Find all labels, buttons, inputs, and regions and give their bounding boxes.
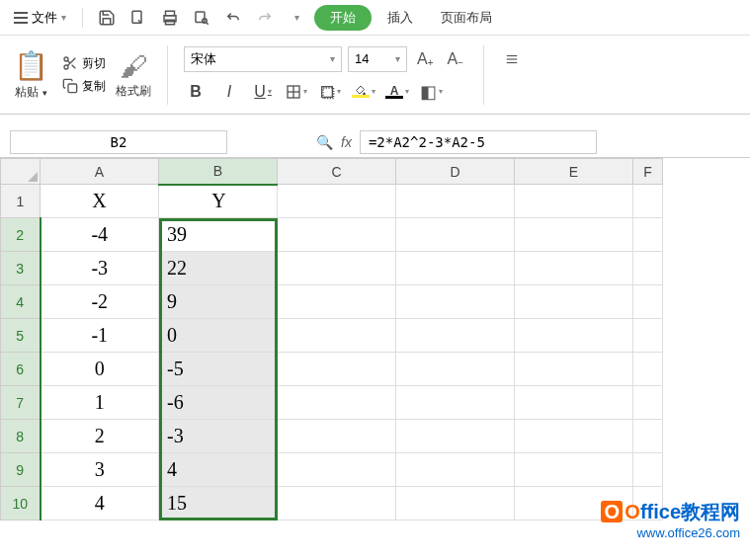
- row-header[interactable]: 3: [1, 252, 41, 285]
- cell[interactable]: [278, 252, 396, 285]
- redo-icon[interactable]: [251, 4, 279, 32]
- decrease-font-button[interactable]: A−: [444, 48, 468, 70]
- eraser-button[interactable]: ◧▾: [419, 80, 443, 104]
- cell[interactable]: [396, 386, 515, 420]
- tab-insert[interactable]: 插入: [375, 5, 425, 31]
- cell[interactable]: [633, 252, 663, 285]
- row-header[interactable]: 6: [1, 353, 41, 386]
- cell[interactable]: [278, 386, 396, 420]
- underline-button[interactable]: U▾: [251, 80, 275, 104]
- italic-button[interactable]: I: [217, 80, 241, 104]
- row-header[interactable]: 2: [1, 218, 41, 252]
- cell[interactable]: 15: [159, 487, 278, 520]
- cell[interactable]: 4: [41, 487, 159, 520]
- select-all-corner[interactable]: [1, 159, 41, 185]
- cell[interactable]: [515, 285, 633, 319]
- align-button[interactable]: [500, 47, 524, 71]
- tab-page-layout[interactable]: 页面布局: [429, 5, 504, 31]
- cell[interactable]: [396, 252, 515, 285]
- cell-style-button[interactable]: ▾: [318, 80, 342, 104]
- cell[interactable]: [278, 185, 396, 218]
- cell[interactable]: [633, 185, 663, 218]
- cell[interactable]: 22: [159, 252, 278, 285]
- bold-button[interactable]: B: [184, 80, 208, 104]
- cell[interactable]: 0: [159, 319, 278, 353]
- row-header[interactable]: 5: [1, 319, 41, 353]
- col-header-B[interactable]: B: [159, 159, 278, 185]
- cell[interactable]: [278, 420, 396, 453]
- cell[interactable]: [396, 420, 515, 453]
- preview-icon[interactable]: [188, 4, 215, 32]
- cell[interactable]: [278, 319, 396, 353]
- tab-start[interactable]: 开始: [314, 5, 372, 31]
- cell[interactable]: 39: [159, 218, 278, 252]
- undo-icon[interactable]: [219, 4, 247, 32]
- row-header[interactable]: 4: [1, 285, 41, 319]
- cell[interactable]: [515, 453, 633, 487]
- print-preview-icon[interactable]: [125, 4, 152, 32]
- cell[interactable]: [515, 353, 633, 386]
- cell[interactable]: 4: [159, 453, 278, 487]
- file-menu-button[interactable]: 文件 ▾: [8, 7, 72, 29]
- row-header[interactable]: 10: [1, 487, 41, 520]
- cell[interactable]: [633, 319, 663, 353]
- cell[interactable]: [278, 218, 396, 252]
- cell[interactable]: -5: [159, 353, 278, 386]
- zoom-icon[interactable]: 🔍: [316, 134, 333, 150]
- copy-button[interactable]: 复制: [62, 78, 106, 95]
- cell[interactable]: [396, 487, 515, 520]
- cell[interactable]: -3: [159, 420, 278, 453]
- cell[interactable]: -1: [41, 319, 159, 353]
- cell[interactable]: 0: [41, 353, 159, 386]
- row-header[interactable]: 9: [1, 453, 41, 487]
- font-color-button[interactable]: A ▾: [385, 80, 409, 104]
- cell[interactable]: 3: [41, 453, 159, 487]
- cell[interactable]: [278, 487, 396, 520]
- more-dropdown-icon[interactable]: ▾: [283, 4, 310, 32]
- print-icon[interactable]: [156, 4, 184, 32]
- cell[interactable]: X: [41, 185, 159, 218]
- cell[interactable]: [515, 386, 633, 420]
- cell[interactable]: [396, 185, 515, 218]
- cell[interactable]: -4: [41, 218, 159, 252]
- row-header[interactable]: 7: [1, 386, 41, 420]
- fx-button[interactable]: fx: [341, 134, 352, 150]
- row-header[interactable]: 1: [1, 185, 41, 218]
- cell[interactable]: [515, 420, 633, 453]
- cell[interactable]: [396, 353, 515, 386]
- cell[interactable]: [396, 319, 515, 353]
- cell[interactable]: [515, 185, 633, 218]
- row-header[interactable]: 8: [1, 420, 41, 453]
- cell[interactable]: -3: [41, 252, 159, 285]
- cell[interactable]: 2: [41, 420, 159, 453]
- cell[interactable]: [633, 386, 663, 420]
- cell[interactable]: [396, 453, 515, 487]
- cell[interactable]: [633, 218, 663, 252]
- cell[interactable]: [633, 285, 663, 319]
- cell[interactable]: Y: [159, 185, 278, 218]
- cell[interactable]: [396, 218, 515, 252]
- cell[interactable]: [515, 252, 633, 285]
- col-header-E[interactable]: E: [515, 159, 633, 185]
- save-icon[interactable]: [93, 4, 121, 32]
- cell[interactable]: [633, 453, 663, 487]
- cell[interactable]: -2: [41, 285, 159, 319]
- col-header-A[interactable]: A: [41, 159, 159, 185]
- cell[interactable]: [515, 319, 633, 353]
- font-name-select[interactable]: 宋体▾: [184, 46, 342, 72]
- format-painter-button[interactable]: 🖌 格式刷: [116, 50, 151, 100]
- fill-color-button[interactable]: ▾: [352, 80, 375, 104]
- increase-font-button[interactable]: A+: [413, 48, 438, 70]
- col-header-C[interactable]: C: [278, 159, 396, 185]
- cell[interactable]: 9: [159, 285, 278, 319]
- cell[interactable]: [515, 218, 633, 252]
- cell[interactable]: 1: [41, 386, 159, 420]
- col-header-F[interactable]: F: [633, 159, 663, 185]
- col-header-D[interactable]: D: [396, 159, 515, 185]
- cell[interactable]: [396, 285, 515, 319]
- border-button[interactable]: ▾: [285, 80, 308, 104]
- cut-button[interactable]: 剪切: [62, 55, 106, 72]
- cell[interactable]: [278, 453, 396, 487]
- cell[interactable]: [278, 285, 396, 319]
- name-box[interactable]: B2: [10, 130, 227, 154]
